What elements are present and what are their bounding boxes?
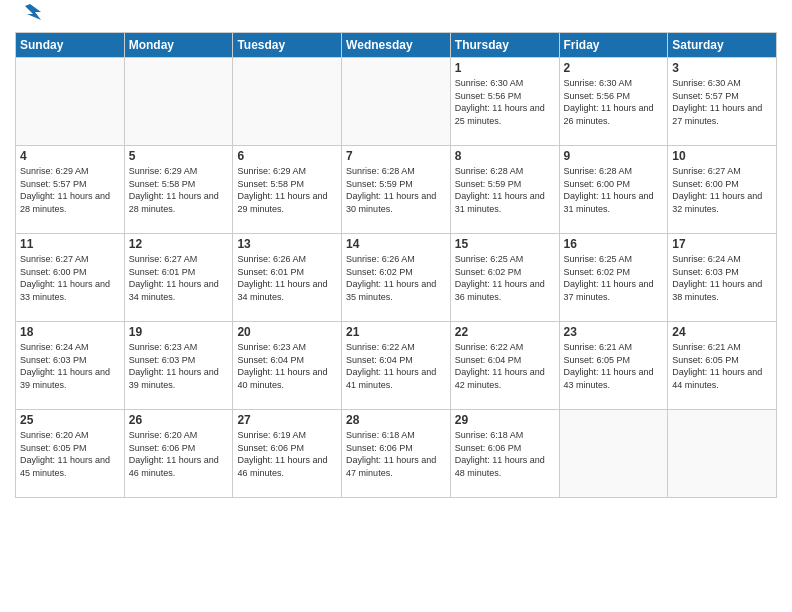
day-info: Sunrise: 6:20 AM Sunset: 6:05 PM Dayligh… (20, 429, 120, 479)
col-header-thursday: Thursday (450, 33, 559, 58)
calendar-cell (124, 58, 233, 146)
calendar-cell (668, 410, 777, 498)
day-info: Sunrise: 6:21 AM Sunset: 6:05 PM Dayligh… (564, 341, 664, 391)
week-row-3: 11Sunrise: 6:27 AM Sunset: 6:00 PM Dayli… (16, 234, 777, 322)
day-number: 10 (672, 149, 772, 163)
calendar-cell: 10Sunrise: 6:27 AM Sunset: 6:00 PM Dayli… (668, 146, 777, 234)
day-number: 14 (346, 237, 446, 251)
day-info: Sunrise: 6:24 AM Sunset: 6:03 PM Dayligh… (672, 253, 772, 303)
calendar-cell: 4Sunrise: 6:29 AM Sunset: 5:57 PM Daylig… (16, 146, 125, 234)
day-info: Sunrise: 6:27 AM Sunset: 6:01 PM Dayligh… (129, 253, 229, 303)
calendar-cell: 21Sunrise: 6:22 AM Sunset: 6:04 PM Dayli… (342, 322, 451, 410)
day-number: 7 (346, 149, 446, 163)
calendar-cell (559, 410, 668, 498)
calendar-cell: 6Sunrise: 6:29 AM Sunset: 5:58 PM Daylig… (233, 146, 342, 234)
calendar-cell: 27Sunrise: 6:19 AM Sunset: 6:06 PM Dayli… (233, 410, 342, 498)
day-info: Sunrise: 6:27 AM Sunset: 6:00 PM Dayligh… (20, 253, 120, 303)
day-info: Sunrise: 6:22 AM Sunset: 6:04 PM Dayligh… (455, 341, 555, 391)
calendar-cell: 25Sunrise: 6:20 AM Sunset: 6:05 PM Dayli… (16, 410, 125, 498)
day-info: Sunrise: 6:26 AM Sunset: 6:01 PM Dayligh… (237, 253, 337, 303)
day-number: 18 (20, 325, 120, 339)
day-info: Sunrise: 6:24 AM Sunset: 6:03 PM Dayligh… (20, 341, 120, 391)
day-number: 8 (455, 149, 555, 163)
day-info: Sunrise: 6:23 AM Sunset: 6:04 PM Dayligh… (237, 341, 337, 391)
day-number: 27 (237, 413, 337, 427)
calendar-cell: 12Sunrise: 6:27 AM Sunset: 6:01 PM Dayli… (124, 234, 233, 322)
calendar-cell: 15Sunrise: 6:25 AM Sunset: 6:02 PM Dayli… (450, 234, 559, 322)
day-info: Sunrise: 6:19 AM Sunset: 6:06 PM Dayligh… (237, 429, 337, 479)
calendar-header-row: SundayMondayTuesdayWednesdayThursdayFrid… (16, 33, 777, 58)
day-number: 13 (237, 237, 337, 251)
col-header-monday: Monday (124, 33, 233, 58)
day-number: 17 (672, 237, 772, 251)
day-info: Sunrise: 6:25 AM Sunset: 6:02 PM Dayligh… (564, 253, 664, 303)
col-header-saturday: Saturday (668, 33, 777, 58)
calendar-cell: 20Sunrise: 6:23 AM Sunset: 6:04 PM Dayli… (233, 322, 342, 410)
day-info: Sunrise: 6:28 AM Sunset: 5:59 PM Dayligh… (455, 165, 555, 215)
calendar-cell: 11Sunrise: 6:27 AM Sunset: 6:00 PM Dayli… (16, 234, 125, 322)
calendar-cell: 28Sunrise: 6:18 AM Sunset: 6:06 PM Dayli… (342, 410, 451, 498)
calendar-cell: 29Sunrise: 6:18 AM Sunset: 6:06 PM Dayli… (450, 410, 559, 498)
calendar-cell (16, 58, 125, 146)
day-info: Sunrise: 6:26 AM Sunset: 6:02 PM Dayligh… (346, 253, 446, 303)
week-row-5: 25Sunrise: 6:20 AM Sunset: 6:05 PM Dayli… (16, 410, 777, 498)
day-info: Sunrise: 6:18 AM Sunset: 6:06 PM Dayligh… (346, 429, 446, 479)
calendar-cell: 5Sunrise: 6:29 AM Sunset: 5:58 PM Daylig… (124, 146, 233, 234)
calendar-cell (233, 58, 342, 146)
day-info: Sunrise: 6:30 AM Sunset: 5:56 PM Dayligh… (564, 77, 664, 127)
day-info: Sunrise: 6:22 AM Sunset: 6:04 PM Dayligh… (346, 341, 446, 391)
day-number: 9 (564, 149, 664, 163)
calendar-cell: 18Sunrise: 6:24 AM Sunset: 6:03 PM Dayli… (16, 322, 125, 410)
day-number: 21 (346, 325, 446, 339)
calendar: SundayMondayTuesdayWednesdayThursdayFrid… (15, 32, 777, 498)
day-number: 29 (455, 413, 555, 427)
day-number: 25 (20, 413, 120, 427)
svg-marker-0 (25, 4, 41, 20)
day-info: Sunrise: 6:30 AM Sunset: 5:57 PM Dayligh… (672, 77, 772, 127)
day-number: 15 (455, 237, 555, 251)
calendar-cell: 3Sunrise: 6:30 AM Sunset: 5:57 PM Daylig… (668, 58, 777, 146)
day-number: 23 (564, 325, 664, 339)
day-info: Sunrise: 6:29 AM Sunset: 5:57 PM Dayligh… (20, 165, 120, 215)
week-row-2: 4Sunrise: 6:29 AM Sunset: 5:57 PM Daylig… (16, 146, 777, 234)
logo-bird-icon (19, 2, 41, 24)
day-number: 6 (237, 149, 337, 163)
calendar-cell (342, 58, 451, 146)
day-info: Sunrise: 6:25 AM Sunset: 6:02 PM Dayligh… (455, 253, 555, 303)
day-number: 12 (129, 237, 229, 251)
day-number: 16 (564, 237, 664, 251)
col-header-friday: Friday (559, 33, 668, 58)
day-number: 3 (672, 61, 772, 75)
day-number: 26 (129, 413, 229, 427)
day-info: Sunrise: 6:20 AM Sunset: 6:06 PM Dayligh… (129, 429, 229, 479)
day-number: 1 (455, 61, 555, 75)
calendar-cell: 17Sunrise: 6:24 AM Sunset: 6:03 PM Dayli… (668, 234, 777, 322)
calendar-cell: 9Sunrise: 6:28 AM Sunset: 6:00 PM Daylig… (559, 146, 668, 234)
day-info: Sunrise: 6:28 AM Sunset: 5:59 PM Dayligh… (346, 165, 446, 215)
day-number: 24 (672, 325, 772, 339)
page: SundayMondayTuesdayWednesdayThursdayFrid… (0, 0, 792, 612)
calendar-cell: 19Sunrise: 6:23 AM Sunset: 6:03 PM Dayli… (124, 322, 233, 410)
calendar-cell: 24Sunrise: 6:21 AM Sunset: 6:05 PM Dayli… (668, 322, 777, 410)
day-info: Sunrise: 6:18 AM Sunset: 6:06 PM Dayligh… (455, 429, 555, 479)
col-header-tuesday: Tuesday (233, 33, 342, 58)
day-number: 28 (346, 413, 446, 427)
day-info: Sunrise: 6:28 AM Sunset: 6:00 PM Dayligh… (564, 165, 664, 215)
day-number: 2 (564, 61, 664, 75)
calendar-cell: 14Sunrise: 6:26 AM Sunset: 6:02 PM Dayli… (342, 234, 451, 322)
calendar-cell: 7Sunrise: 6:28 AM Sunset: 5:59 PM Daylig… (342, 146, 451, 234)
day-number: 11 (20, 237, 120, 251)
calendar-cell: 8Sunrise: 6:28 AM Sunset: 5:59 PM Daylig… (450, 146, 559, 234)
day-number: 4 (20, 149, 120, 163)
day-info: Sunrise: 6:21 AM Sunset: 6:05 PM Dayligh… (672, 341, 772, 391)
calendar-cell: 26Sunrise: 6:20 AM Sunset: 6:06 PM Dayli… (124, 410, 233, 498)
day-info: Sunrise: 6:29 AM Sunset: 5:58 PM Dayligh… (237, 165, 337, 215)
calendar-cell: 23Sunrise: 6:21 AM Sunset: 6:05 PM Dayli… (559, 322, 668, 410)
col-header-wednesday: Wednesday (342, 33, 451, 58)
logo (15, 10, 41, 24)
day-number: 20 (237, 325, 337, 339)
week-row-4: 18Sunrise: 6:24 AM Sunset: 6:03 PM Dayli… (16, 322, 777, 410)
calendar-cell: 1Sunrise: 6:30 AM Sunset: 5:56 PM Daylig… (450, 58, 559, 146)
day-number: 5 (129, 149, 229, 163)
calendar-cell: 2Sunrise: 6:30 AM Sunset: 5:56 PM Daylig… (559, 58, 668, 146)
